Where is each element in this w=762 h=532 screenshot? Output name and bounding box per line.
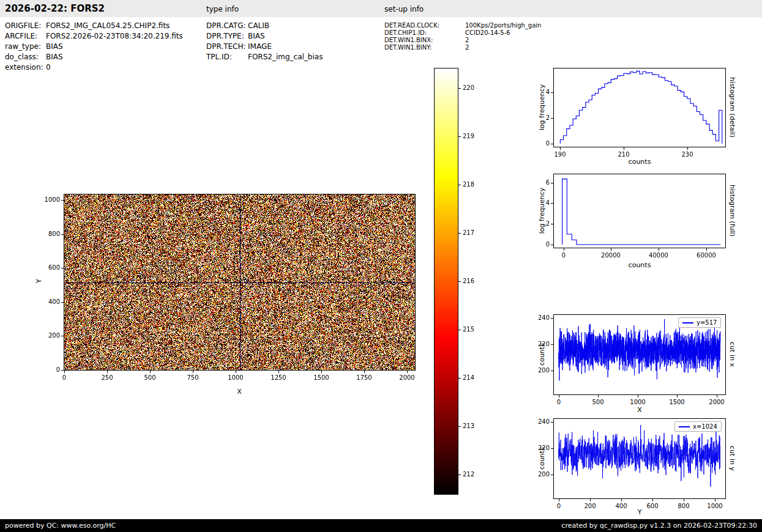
meta-label: TPL.ID: <box>206 52 248 62</box>
meta-value: FORS2_img_cal_bias <box>248 52 323 62</box>
tick-label: 240 <box>513 418 550 425</box>
file-info-column: ORIGFILE:FORS2_IMG_CAL054.25.CHIP2.fits … <box>5 21 183 73</box>
tick-mark <box>559 499 559 501</box>
tick-mark <box>458 233 461 234</box>
setup-info-column: DET.READ.CLOCK:100Kps/2ports/high_gain D… <box>384 22 541 51</box>
tick-label: 800 <box>23 231 60 237</box>
tick-mark <box>551 318 553 319</box>
tick-mark <box>61 370 64 371</box>
tick-label: 6 <box>513 179 550 186</box>
tick-mark <box>551 245 553 245</box>
tick-label: 2 <box>513 114 550 121</box>
tick-label: 60000 <box>688 252 725 259</box>
header-bar: 2026-02-22: FORS2 type info set-up info <box>0 0 762 17</box>
cut-x-ylabel: counts <box>538 321 546 388</box>
meta-label: DET.WIN1.BINX: <box>384 37 465 44</box>
legend-line-icon <box>682 322 693 323</box>
tick-label: 190 <box>542 151 578 158</box>
tick-mark <box>551 344 553 345</box>
tick-label: 400 <box>23 298 60 305</box>
tick-mark <box>61 302 64 303</box>
cut-y-ylabel: counts <box>538 425 546 492</box>
tick-mark <box>61 234 64 235</box>
meta-row: DET.CHIP1.ID:CCID20-14-5-6 <box>384 29 541 37</box>
cut-x-xlabel: X <box>609 406 670 414</box>
tick-mark <box>687 147 688 150</box>
tick-label: 212 <box>463 471 487 478</box>
cut-x-legend: y=517 <box>678 317 721 328</box>
tick-label: 750 <box>174 374 211 381</box>
histogram-detail-plot <box>553 68 726 147</box>
tick-label: 220 <box>513 341 550 347</box>
hist-detail-xlabel: counts <box>609 158 670 166</box>
tick-label: 210 <box>605 151 642 158</box>
main-xlabel: X <box>209 388 270 396</box>
tick-mark <box>551 92 553 93</box>
cut-y-title: cut in y <box>728 416 736 501</box>
qc-report-page: 2026-02-22: FORS2 type info set-up info … <box>0 0 762 532</box>
tick-label: 219 <box>463 133 487 139</box>
meta-row: DPR.TECH:IMAGE <box>206 42 323 52</box>
tick-label: 2 <box>513 220 550 227</box>
tick-label: 215 <box>463 326 487 333</box>
tick-label: 40000 <box>640 252 677 259</box>
meta-label: extension: <box>5 62 46 73</box>
tick-mark <box>624 147 624 150</box>
tick-mark <box>551 422 553 423</box>
tick-label: 217 <box>463 229 487 236</box>
tick-label: 1750 <box>346 374 383 381</box>
tick-mark <box>61 200 64 201</box>
tick-mark <box>107 371 108 373</box>
meta-value: 2 <box>465 44 469 51</box>
type-info-heading: type info <box>206 5 239 13</box>
tick-label: 20000 <box>592 252 629 259</box>
tick-mark <box>598 395 599 397</box>
histogram-full-canvas <box>554 174 725 248</box>
tick-label: 4 <box>513 199 550 206</box>
raw-image-canvas <box>64 194 415 370</box>
meta-row: DPR.TYPE:BIAS <box>206 31 323 42</box>
tick-mark <box>193 371 193 373</box>
histogram-detail-canvas <box>554 68 725 147</box>
footer-left-text: powered by QC: www.eso.org/HC <box>5 522 116 530</box>
tick-label: 220 <box>463 84 487 91</box>
cut-x-title: cut in x <box>728 312 736 397</box>
tick-mark <box>551 224 553 224</box>
meta-row: DET.READ.CLOCK:100Kps/2ports/high_gain <box>384 22 541 29</box>
tick-mark <box>551 183 553 183</box>
tick-label: 600 <box>23 264 60 271</box>
tick-label: 1500 <box>659 399 695 405</box>
tick-mark <box>611 248 611 251</box>
tick-mark <box>717 395 717 397</box>
tick-mark <box>458 330 461 330</box>
tick-label: 2000 <box>698 399 735 405</box>
tick-mark <box>64 371 65 373</box>
tick-mark <box>560 147 561 150</box>
tick-label: 1500 <box>303 374 340 381</box>
meta-value: CALIB <box>248 21 269 31</box>
tick-mark <box>407 371 408 373</box>
meta-label: do_class: <box>5 52 46 62</box>
tick-label: 0 <box>513 140 550 147</box>
tick-mark <box>61 268 64 268</box>
tick-mark <box>551 144 553 144</box>
setup-info-heading: set-up info <box>384 5 424 13</box>
meta-row: ORIGFILE:FORS2_IMG_CAL054.25.CHIP2.fits <box>5 21 183 31</box>
tick-label: 0 <box>545 252 582 259</box>
meta-value: IMAGE <box>248 42 272 52</box>
tick-mark <box>590 499 591 501</box>
tick-label: 1250 <box>260 374 297 381</box>
tick-label: 200 <box>513 471 550 478</box>
tick-mark <box>638 395 638 397</box>
meta-row: DET.WIN1.BINX:2 <box>384 37 541 44</box>
meta-row: raw_type:BIAS <box>5 42 183 52</box>
meta-value: BIAS <box>46 52 63 62</box>
tick-label: 0 <box>46 374 83 381</box>
tick-mark <box>551 118 553 119</box>
meta-value: FORS2_IMG_CAL054.25.CHIP2.fits <box>46 21 170 31</box>
tick-label: 218 <box>463 181 487 188</box>
meta-label: DPR.CATG: <box>206 21 248 31</box>
hist-full-xlabel: counts <box>609 261 670 269</box>
footer-bar: powered by QC: www.eso.org/HC created by… <box>0 519 762 532</box>
legend-line-icon <box>679 426 690 427</box>
